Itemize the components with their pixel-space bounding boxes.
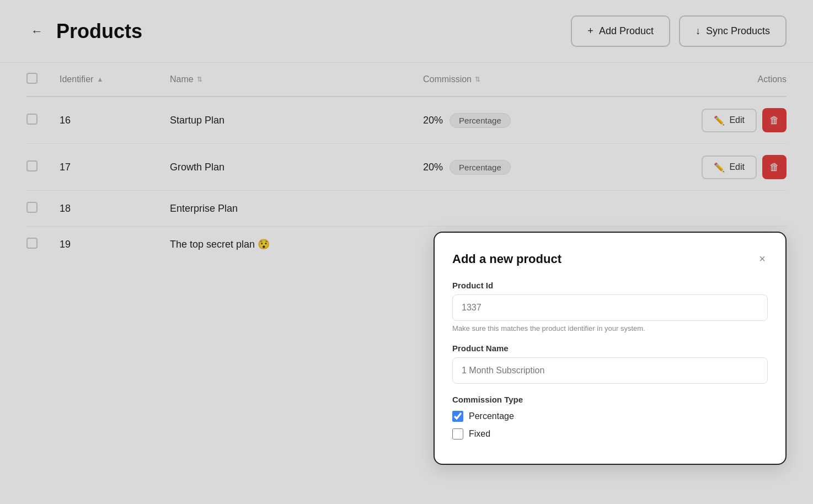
fixed-label: Fixed	[469, 429, 490, 439]
add-product-modal: Add a new product × Product Id Make sure…	[434, 232, 787, 465]
percentage-checkbox[interactable]	[452, 411, 463, 422]
trash-icon: 🗑	[769, 115, 779, 126]
row-name: Startup Plan	[170, 115, 423, 126]
row-id: 19	[60, 239, 170, 250]
product-name-label: Product Name	[452, 344, 768, 353]
edit-icon: ✏️	[714, 162, 725, 173]
sync-icon: ↓	[696, 25, 700, 37]
row-checkbox[interactable]	[26, 114, 38, 125]
edit-label: Edit	[729, 115, 745, 125]
commission-type-badge: Percentage	[450, 160, 511, 175]
col-actions: Actions	[676, 74, 787, 84]
row-name: The top secret plan 😯	[170, 238, 423, 250]
select-all-cell	[26, 73, 60, 86]
row-name: Enterprise Plan	[170, 203, 423, 215]
row-actions: ✏️ Edit 🗑	[676, 155, 787, 179]
commission-fixed-option: Fixed	[452, 428, 768, 439]
edit-label: Edit	[729, 162, 745, 172]
table-row: 16 Startup Plan 20% Percentage ✏️ Edit 🗑	[26, 97, 787, 144]
table-row: 18 Enterprise Plan	[26, 191, 787, 227]
sync-products-button[interactable]: ↓ Sync Products	[679, 15, 787, 47]
row-checkbox-cell	[26, 202, 60, 215]
add-product-button[interactable]: + Add Product	[571, 15, 670, 47]
sync-products-label: Sync Products	[706, 25, 770, 37]
table-header-row: Identifier ▲ Name ⇅ Commission ⇅ Actions	[26, 63, 787, 97]
row-id: 17	[60, 162, 170, 173]
modal-header: Add a new product ×	[452, 250, 768, 267]
percentage-label: Percentage	[469, 411, 514, 421]
commission-value: 20%	[423, 115, 443, 126]
sort-identifier-icon: ▲	[97, 76, 103, 83]
commission-value: 20%	[423, 162, 443, 173]
header-actions: + Add Product ↓ Sync Products	[571, 15, 787, 47]
col-identifier[interactable]: Identifier ▲	[60, 74, 170, 84]
fixed-checkbox[interactable]	[452, 428, 463, 439]
col-name[interactable]: Name ⇅	[170, 74, 423, 84]
row-actions: ✏️ Edit 🗑	[676, 108, 787, 132]
commission-type-label: Commission Type	[452, 395, 768, 404]
row-checkbox-cell	[26, 160, 60, 174]
select-all-checkbox[interactable]	[26, 73, 38, 84]
row-checkbox-cell	[26, 238, 60, 251]
edit-icon: ✏️	[714, 115, 725, 126]
product-name-input[interactable]	[452, 357, 768, 384]
row-checkbox[interactable]	[26, 202, 38, 213]
modal-close-button[interactable]: ×	[757, 250, 768, 267]
delete-button[interactable]: 🗑	[762, 108, 787, 132]
row-id: 18	[60, 203, 170, 215]
header-left: ← Products	[26, 20, 142, 43]
col-commission[interactable]: Commission ⇅	[423, 74, 676, 84]
add-product-label: Add Product	[599, 25, 654, 37]
row-checkbox[interactable]	[26, 160, 38, 171]
page-header: ← Products + Add Product ↓ Sync Products	[0, 0, 813, 63]
sort-name-icon: ⇅	[197, 76, 202, 83]
product-id-input[interactable]	[452, 294, 768, 321]
row-checkbox[interactable]	[26, 238, 38, 249]
row-checkbox-cell	[26, 114, 60, 127]
edit-button[interactable]: ✏️ Edit	[702, 156, 757, 179]
product-id-hint: Make sure this matches the product ident…	[452, 324, 768, 333]
commission-percentage-option: Percentage	[452, 411, 768, 422]
sort-commission-icon: ⇅	[475, 76, 480, 83]
add-icon: +	[587, 25, 593, 37]
commission-type-section: Commission Type Percentage Fixed	[452, 395, 768, 439]
row-name: Growth Plan	[170, 162, 423, 173]
commission-type-badge: Percentage	[450, 113, 511, 128]
row-commission: 20% Percentage	[423, 113, 676, 128]
product-id-group: Product Id Make sure this matches the pr…	[452, 281, 768, 333]
row-commission: 20% Percentage	[423, 160, 676, 175]
row-id: 16	[60, 115, 170, 126]
product-id-label: Product Id	[452, 281, 768, 290]
edit-button[interactable]: ✏️ Edit	[702, 109, 757, 132]
page-title: Products	[56, 20, 142, 43]
delete-button[interactable]: 🗑	[762, 155, 787, 179]
table-row: 17 Growth Plan 20% Percentage ✏️ Edit 🗑	[26, 144, 787, 191]
back-button[interactable]: ←	[26, 22, 47, 41]
modal-title: Add a new product	[452, 252, 561, 266]
trash-icon: 🗑	[769, 162, 779, 173]
product-name-group: Product Name	[452, 344, 768, 384]
